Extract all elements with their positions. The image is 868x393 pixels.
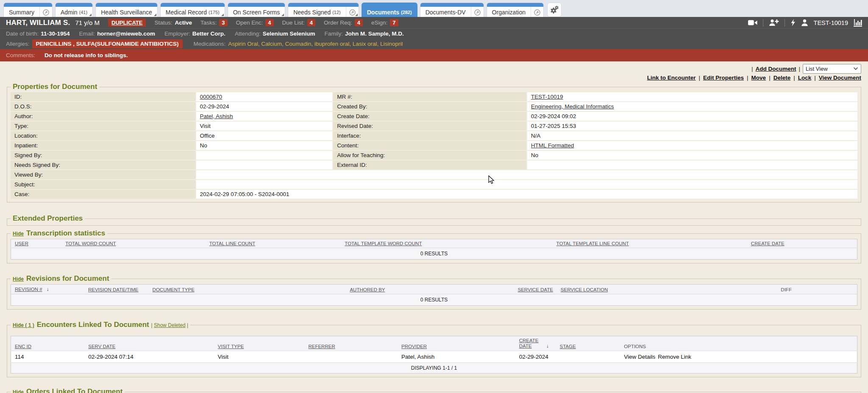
attending-field: Attending:Selenium Selenium <box>235 30 315 37</box>
patient-demographics-bar: Date of birth:11-30-1954 Email:horner@mi… <box>0 28 868 38</box>
email-field: Email:horner@mieweb.com <box>79 30 155 37</box>
sort-revision-number[interactable]: REVISION # <box>15 287 42 292</box>
mr-number-link[interactable]: TEST-10019 <box>531 94 563 100</box>
patient-status: Status:Active <box>154 19 192 26</box>
sort-revision-datetime[interactable]: REVISION DATE/TIME <box>88 287 139 292</box>
sort-total-word-count[interactable]: TOTAL WORD COUNT <box>65 241 116 246</box>
prop-label: Type: <box>11 122 195 130</box>
sort-document-type[interactable]: DOCUMENT TYPE <box>153 287 195 292</box>
sort-service-location[interactable]: SERVICE LOCATION <box>561 287 608 292</box>
tab-documents[interactable]: Documents(282) <box>362 3 417 17</box>
col-enc-create-date: CREATE DATE↓ <box>515 336 556 351</box>
encounters-linked-section: Hide ( 1 )Encounters Linked To Document … <box>7 321 861 377</box>
prop-value-type: Visit <box>196 122 333 130</box>
prop-value-viewed-by <box>196 170 857 179</box>
sort-referrer[interactable]: REFERRER <box>308 344 335 349</box>
col-service-location: SERVICE LOCATION <box>557 285 777 294</box>
col-service-date: SERVICE DATE <box>514 285 557 294</box>
content-format-link[interactable]: HTML Formatted <box>531 142 574 149</box>
add-person-icon[interactable] <box>769 19 779 26</box>
edit-properties-link[interactable]: Edit Properties <box>703 75 744 81</box>
popout-icon <box>349 9 356 16</box>
prop-label: Created By: <box>333 102 526 111</box>
medications-list[interactable]: Aspirin Oral, Calcium, Coumadin, ibuprof… <box>228 41 403 47</box>
separator: | <box>793 75 795 81</box>
hide-transcription-link[interactable]: Hide <box>13 231 24 237</box>
family-doctor-label: Family: <box>324 30 343 37</box>
sort-service-date[interactable]: SERVICE DATE <box>518 287 553 292</box>
encounters-legend: Hide ( 1 )Encounters Linked To Document … <box>11 321 190 329</box>
add-document-link[interactable]: Add Document <box>755 66 796 72</box>
sort-enc-id[interactable]: ENC ID <box>15 344 31 349</box>
esign-count-badge[interactable]: 7 <box>390 19 398 26</box>
lock-link[interactable]: Lock <box>798 75 812 81</box>
email-value: horner@mieweb.com <box>97 30 155 37</box>
sort-user[interactable]: USER <box>15 241 28 246</box>
comments-text: Do not release info to siblings. <box>45 52 128 58</box>
encounters-title: Encounters Linked To Document <box>37 321 149 329</box>
link-to-encounter-link[interactable]: Link to Encounter <box>647 75 696 81</box>
revisions-table: REVISION #↓ REVISION DATE/TIME DOCUMENT … <box>11 284 857 306</box>
duplicate-flag-badge[interactable]: DUPLICATE <box>108 19 146 27</box>
video-visit-icon[interactable] <box>748 19 757 26</box>
patient-icon[interactable] <box>801 19 808 26</box>
attending-value: Selenium Selenium <box>263 30 315 37</box>
sort-authored-by[interactable]: AUTHORED BY <box>350 287 385 292</box>
tasks-count-badge[interactable]: 3 <box>219 19 227 26</box>
view-mode-value: List View <box>806 66 828 72</box>
show-deleted-wrap: | Show Deleted | <box>151 322 189 328</box>
col-document-type: DOCUMENT TYPE <box>149 285 346 294</box>
hide-orders-link[interactable]: Hide <box>13 389 24 393</box>
view-document-link[interactable]: View Document <box>819 75 861 81</box>
prop-label: Create Date: <box>333 112 526 121</box>
revisions-section: HideRevisions for Document REVISION #↓ R… <box>7 274 861 310</box>
sort-visit-type[interactable]: VISIT TYPE <box>218 344 244 349</box>
sort-create-date[interactable]: CREATE DATE <box>751 241 785 246</box>
quick-action-lightning-icon[interactable] <box>790 19 796 26</box>
prop-label: Allow for Teaching: <box>333 151 526 160</box>
hide-encounters-link[interactable]: Hide ( 1 ) <box>13 322 34 328</box>
prop-value-content: HTML Formatted <box>527 141 857 150</box>
encounter-row[interactable]: 114 02-29-2024 07:14 Visit Patel, Ashish… <box>11 351 857 363</box>
revisions-results-row: 0 RESULTS <box>11 294 857 306</box>
sort-total-line-count[interactable]: TOTAL LINE COUNT <box>209 241 255 246</box>
open-enc-counter: Open Enc:4 <box>236 19 274 26</box>
tab-needs-signed-count: (12) <box>332 10 341 15</box>
delete-link[interactable]: Delete <box>773 75 791 81</box>
prop-label: External ID: <box>333 161 526 169</box>
order-req-count-badge[interactable]: 4 <box>355 19 363 26</box>
family-doctor-field: Family:John M. Sample, M.D. <box>324 30 403 37</box>
sort-total-template-word-count[interactable]: TOTAL TEMPLATE WORD COUNT <box>345 241 422 246</box>
orders-linked-section: HideOrders Linked To Document ITEM ID OR… <box>7 387 861 393</box>
col-serv-date: SERV DATE <box>84 336 214 351</box>
due-list-count-badge[interactable]: 4 <box>307 19 315 26</box>
prop-value-external-id <box>527 161 857 169</box>
view-mode-select[interactable]: List View <box>803 64 861 74</box>
move-link[interactable]: Move <box>751 75 766 81</box>
sort-enc-create-date[interactable]: CREATE DATE <box>519 338 542 349</box>
remove-link-link[interactable]: Remove Link <box>658 354 691 360</box>
hide-revisions-link[interactable]: Hide <box>13 276 24 282</box>
revisions-results-count: 0 RESULTS <box>11 294 857 306</box>
allergy-alert-badge[interactable]: PENICILLINS , SULFA(SULFONAMIDE ANTIBIOT… <box>32 39 183 48</box>
tasks-label: Tasks: <box>200 19 217 26</box>
sort-total-template-line-count[interactable]: TOTAL TEMPLATE LINE COUNT <box>556 241 629 246</box>
col-provider: PROVIDER <box>398 336 515 351</box>
prop-value-allow-teaching: No <box>527 151 857 160</box>
family-doctor-value: John M. Sample, M.D. <box>345 30 404 37</box>
status-value: Active <box>175 19 192 26</box>
flowsheet-chart-button[interactable] <box>854 19 862 27</box>
sort-provider[interactable]: PROVIDER <box>401 344 427 349</box>
document-id-link[interactable]: 0000670 <box>200 94 223 100</box>
show-deleted-link[interactable]: Show Deleted <box>154 322 186 328</box>
allergies-label: Allergies: <box>6 41 30 47</box>
col-revision-number: REVISION #↓ <box>11 285 84 294</box>
open-enc-count-badge[interactable]: 4 <box>265 19 273 26</box>
tab-settings-button[interactable] <box>547 3 562 17</box>
sort-serv-date[interactable]: SERV DATE <box>88 344 115 349</box>
view-details-link[interactable]: View Details <box>624 354 655 360</box>
created-by-link[interactable]: Engineering, Medical Informatics <box>531 103 614 110</box>
revisions-legend: HideRevisions for Document <box>11 274 111 283</box>
sort-stage[interactable]: STAGE <box>560 344 576 349</box>
author-link[interactable]: Patel, Ashish <box>200 113 233 119</box>
